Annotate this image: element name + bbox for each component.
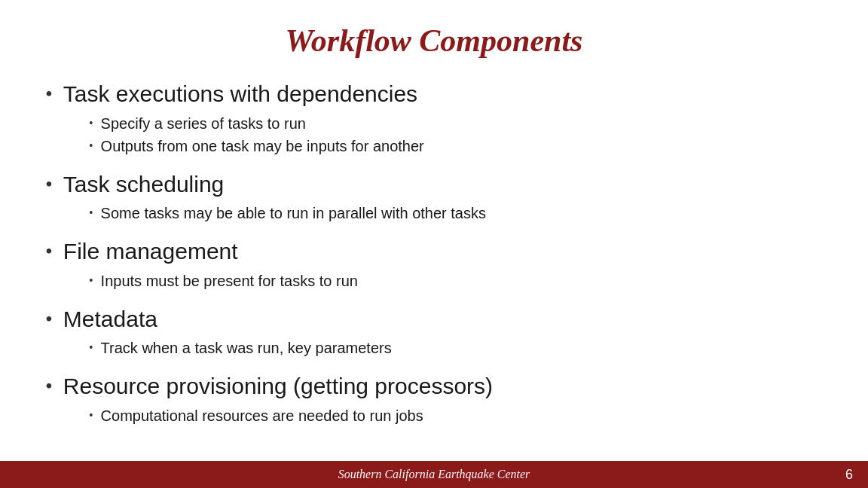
main-bullet-text-5: Resource provisioning (getting processor…: [63, 372, 493, 401]
section-resource-provisioning: • Resource provisioning (getting process…: [45, 372, 823, 432]
sub-bullet-dot-1-2: •: [89, 138, 93, 154]
sub-bullet-4-1: • Track when a task was run, key paramet…: [89, 337, 823, 358]
sub-bullet-text-5-1: Computational resources are needed to ru…: [101, 405, 423, 426]
slide-content: Workflow Components • Task executions wi…: [0, 0, 868, 461]
sub-bullet-5-1: • Computational resources are needed to …: [89, 405, 823, 426]
sub-bullets-3: • Inputs must be present for tasks to ru…: [89, 270, 823, 291]
footer-page-number: 6: [845, 467, 853, 483]
bullet-dot-3: •: [45, 239, 53, 264]
main-bullet-5: • Resource provisioning (getting process…: [45, 372, 823, 401]
sub-bullet-2-1: • Some tasks may be able to run in paral…: [89, 203, 823, 224]
sub-bullets-1: • Specify a series of tasks to run • Out…: [89, 113, 823, 157]
sub-bullet-text-2-1: Some tasks may be able to run in paralle…: [101, 203, 486, 224]
main-bullet-4: • Metadata: [45, 305, 823, 334]
bullet-dot-4: •: [45, 307, 53, 332]
slide-title: Workflow Components: [45, 23, 823, 59]
sub-bullets-2: • Some tasks may be able to run in paral…: [89, 203, 823, 224]
slide: Workflow Components • Task executions wi…: [0, 0, 868, 488]
sub-bullet-dot-3-1: •: [89, 273, 93, 289]
section-metadata: • Metadata • Track when a task was run, …: [45, 305, 823, 365]
main-bullet-3: • File management: [45, 237, 823, 266]
bullet-dot-1: •: [45, 81, 53, 107]
main-bullet-2: • Task scheduling: [45, 170, 823, 199]
bullet-dot-5: •: [45, 374, 53, 399]
bullet-dot-2: •: [45, 172, 53, 197]
sub-bullet-text-1-1: Specify a series of tasks to run: [101, 113, 306, 134]
sub-bullet-dot-4-1: •: [89, 340, 93, 356]
section-task-scheduling: • Task scheduling • Some tasks may be ab…: [45, 170, 823, 230]
sub-bullets-5: • Computational resources are needed to …: [89, 405, 823, 426]
sub-bullet-text-4-1: Track when a task was run, key parameter…: [101, 337, 392, 358]
main-bullet-text-3: File management: [63, 237, 238, 266]
footer-center-text: Southern California Earthquake Center: [338, 468, 530, 481]
sub-bullet-dot-2-1: •: [89, 205, 93, 221]
sub-bullet-text-1-2: Outputs from one task may be inputs for …: [101, 136, 424, 157]
section-task-executions: • Task executions with dependencies • Sp…: [45, 80, 823, 163]
main-bullet-text-2: Task scheduling: [63, 170, 224, 199]
sub-bullet-1-1: • Specify a series of tasks to run: [89, 113, 823, 134]
sub-bullet-3-1: • Inputs must be present for tasks to ru…: [89, 270, 823, 291]
slide-footer: Southern California Earthquake Center 6: [0, 461, 868, 488]
sub-bullet-1-2: • Outputs from one task may be inputs fo…: [89, 136, 823, 157]
sub-bullet-text-3-1: Inputs must be present for tasks to run: [101, 270, 358, 291]
section-file-management: • File management • Inputs must be prese…: [45, 237, 823, 297]
main-bullet-text-4: Metadata: [63, 305, 157, 334]
sub-bullet-dot-1-1: •: [89, 115, 93, 132]
main-bullet-1: • Task executions with dependencies: [45, 80, 823, 108]
sub-bullets-4: • Track when a task was run, key paramet…: [89, 337, 823, 358]
main-bullet-text-1: Task executions with dependencies: [63, 80, 417, 108]
sub-bullet-dot-5-1: •: [89, 407, 93, 424]
